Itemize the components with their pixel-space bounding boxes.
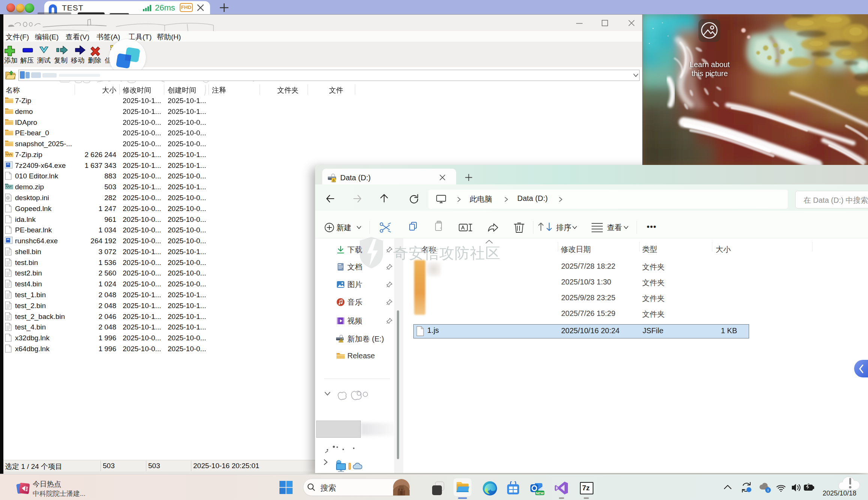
svg-text:i: i bbox=[767, 488, 769, 492]
svg-text:this picture: this picture bbox=[692, 69, 728, 78]
svg-text:Learn about: Learn about bbox=[690, 60, 730, 69]
svg-text:NEW: NEW bbox=[536, 491, 544, 495]
